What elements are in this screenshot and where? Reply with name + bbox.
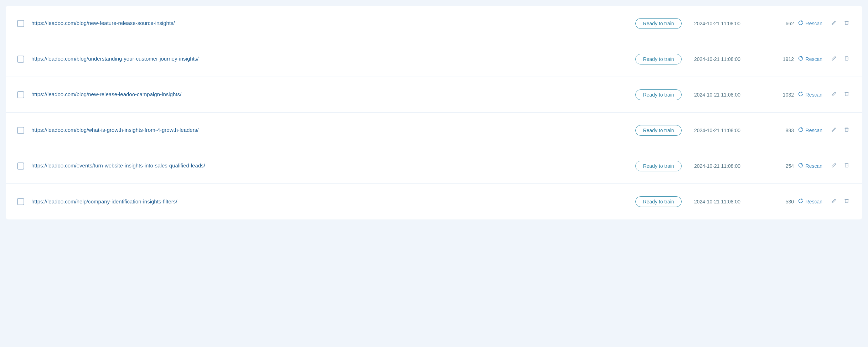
edit-button-2[interactable]: [830, 54, 838, 64]
row-checkbox-5[interactable]: [17, 162, 24, 170]
table-row: https://leadoo.com/help/company-identifi…: [6, 184, 862, 219]
rescan-button-5[interactable]: Rescan: [795, 161, 825, 171]
edit-icon-2: [831, 56, 837, 61]
date-cell-5: 2024-10-21 11:08:00: [694, 163, 765, 169]
delete-button-6[interactable]: [842, 197, 851, 207]
table-row: https://leadoo.com/blog/what-is-growth-i…: [6, 113, 862, 148]
date-cell-1: 2024-10-21 11:08:00: [694, 21, 765, 26]
svg-rect-3: [845, 57, 848, 60]
count-cell-2: 1912: [765, 56, 794, 62]
svg-rect-15: [845, 200, 848, 203]
rescan-icon-6: [798, 198, 804, 205]
delete-icon-3: [844, 91, 849, 97]
edit-button-1[interactable]: [830, 19, 838, 29]
delete-icon-1: [844, 20, 849, 26]
status-cell: Ready to train: [623, 18, 694, 29]
url-cell: https://leadoo.com/events/turn-website-i…: [31, 162, 623, 170]
checkbox-cell: [17, 20, 31, 27]
url-link-1[interactable]: https://leadoo.com/blog/new-feature-rele…: [31, 20, 175, 26]
date-cell-4: 2024-10-21 11:08:00: [694, 128, 765, 133]
actions-cell-1: Rescan: [794, 19, 851, 29]
url-cell: https://leadoo.com/blog/understanding-yo…: [31, 55, 623, 63]
delete-icon-6: [844, 198, 849, 204]
url-cell: https://leadoo.com/blog/what-is-growth-i…: [31, 126, 623, 134]
actions-cell-5: Rescan: [794, 161, 851, 171]
rescan-icon-2: [798, 56, 804, 63]
count-cell-5: 254: [765, 163, 794, 169]
data-table: https://leadoo.com/blog/new-feature-rele…: [6, 6, 862, 219]
svg-rect-0: [845, 21, 848, 25]
url-cell: https://leadoo.com/blog/new-release-lead…: [31, 90, 623, 99]
delete-icon-4: [844, 127, 849, 133]
svg-rect-6: [845, 93, 848, 96]
delete-icon-2: [844, 56, 849, 61]
count-cell-4: 883: [765, 128, 794, 133]
row-checkbox-6[interactable]: [17, 198, 24, 205]
status-cell: Ready to train: [623, 125, 694, 136]
actions-cell-3: Rescan: [794, 90, 851, 100]
actions-cell-2: Rescan: [794, 54, 851, 64]
rescan-button-2[interactable]: Rescan: [795, 54, 825, 64]
rescan-button-4[interactable]: Rescan: [795, 125, 825, 135]
edit-icon-4: [831, 127, 837, 133]
checkbox-cell: [17, 127, 31, 134]
rescan-button-1[interactable]: Rescan: [795, 19, 825, 29]
delete-button-3[interactable]: [842, 90, 851, 100]
url-link-6[interactable]: https://leadoo.com/help/company-identifi…: [31, 198, 177, 204]
svg-rect-12: [845, 164, 848, 167]
rescan-icon-1: [798, 20, 804, 27]
rescan-icon-4: [798, 127, 804, 134]
url-link-5[interactable]: https://leadoo.com/events/turn-website-i…: [31, 162, 205, 169]
url-cell: https://leadoo.com/help/company-identifi…: [31, 198, 623, 206]
svg-rect-9: [845, 128, 848, 131]
delete-button-2[interactable]: [842, 54, 851, 64]
edit-button-3[interactable]: [830, 90, 838, 100]
url-cell: https://leadoo.com/blog/new-feature-rele…: [31, 19, 623, 27]
edit-button-4[interactable]: [830, 125, 838, 135]
row-checkbox-3[interactable]: [17, 91, 24, 98]
status-cell: Ready to train: [623, 196, 694, 207]
edit-icon-1: [831, 20, 837, 26]
status-badge-6: Ready to train: [635, 196, 681, 207]
count-cell-3: 1032: [765, 92, 794, 98]
edit-button-5[interactable]: [830, 161, 838, 171]
url-link-4[interactable]: https://leadoo.com/blog/what-is-growth-i…: [31, 127, 198, 133]
date-cell-2: 2024-10-21 11:08:00: [694, 56, 765, 62]
edit-icon-5: [831, 162, 837, 168]
actions-cell-6: Rescan: [794, 197, 851, 207]
status-badge-5: Ready to train: [635, 161, 681, 171]
status-cell: Ready to train: [623, 54, 694, 64]
date-cell-3: 2024-10-21 11:08:00: [694, 92, 765, 98]
row-checkbox-1[interactable]: [17, 20, 24, 27]
rescan-button-3[interactable]: Rescan: [795, 90, 825, 100]
delete-icon-5: [844, 162, 849, 168]
checkbox-cell: [17, 91, 31, 98]
delete-button-1[interactable]: [842, 19, 851, 29]
status-badge-3: Ready to train: [635, 89, 681, 100]
rescan-icon-5: [798, 162, 804, 170]
edit-icon-3: [831, 91, 837, 97]
status-badge-2: Ready to train: [635, 54, 681, 64]
table-row: https://leadoo.com/events/turn-website-i…: [6, 148, 862, 184]
table-row: https://leadoo.com/blog/new-release-lead…: [6, 77, 862, 113]
edit-icon-6: [831, 198, 837, 204]
delete-button-5[interactable]: [842, 161, 851, 171]
row-checkbox-4[interactable]: [17, 127, 24, 134]
checkbox-cell: [17, 162, 31, 170]
rescan-icon-3: [798, 91, 804, 98]
edit-button-6[interactable]: [830, 197, 838, 207]
table-row: https://leadoo.com/blog/new-feature-rele…: [6, 6, 862, 41]
status-badge-4: Ready to train: [635, 125, 681, 136]
checkbox-cell: [17, 56, 31, 63]
count-cell-1: 662: [765, 21, 794, 26]
url-link-2[interactable]: https://leadoo.com/blog/understanding-yo…: [31, 56, 198, 62]
url-link-3[interactable]: https://leadoo.com/blog/new-release-lead…: [31, 91, 181, 97]
rescan-button-6[interactable]: Rescan: [795, 197, 825, 207]
status-badge-1: Ready to train: [635, 18, 681, 29]
table-row: https://leadoo.com/blog/understanding-yo…: [6, 41, 862, 77]
delete-button-4[interactable]: [842, 125, 851, 135]
row-checkbox-2[interactable]: [17, 56, 24, 63]
status-cell: Ready to train: [623, 89, 694, 100]
count-cell-6: 530: [765, 199, 794, 204]
status-cell: Ready to train: [623, 161, 694, 171]
